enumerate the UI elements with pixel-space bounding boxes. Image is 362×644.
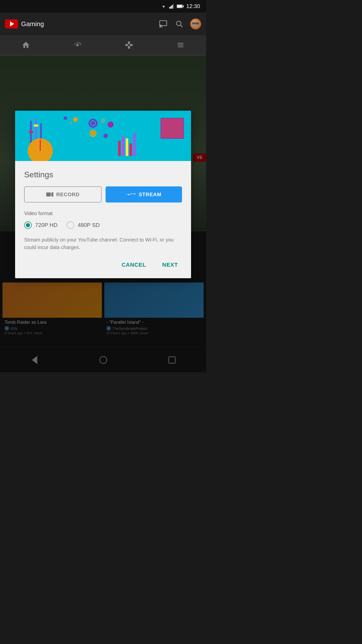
tab-queue[interactable] [155,35,206,55]
wave-dot [128,194,129,195]
svg-rect-1 [170,6,171,9]
svg-rect-28 [118,141,121,156]
stream-label: STREAM [139,192,161,197]
record-button[interactable]: RECORD [24,186,102,203]
status-bar: 12:30 [0,0,206,13]
tab-games[interactable] [103,35,155,55]
cast-icon[interactable] [159,20,168,27]
radio-720p-inner [26,223,30,227]
info-text: Stream publicly on your YouTube channel.… [24,236,182,251]
avatar-glasses [192,22,199,24]
record-icon [46,192,53,197]
banner-art [15,111,191,161]
svg-point-39 [73,117,78,122]
radio-720p-outer [24,221,32,229]
svg-point-11 [76,44,78,46]
radio-480p-label: 480P SD [78,222,100,228]
wifi-icon [161,4,167,9]
avatar[interactable] [190,18,201,29]
svg-point-25 [89,130,97,137]
mode-buttons: RECORD STREAM [24,186,182,203]
modal-body: Settings RECORD [15,161,191,278]
svg-point-21 [88,119,98,128]
radio-720p-label: 720P HD [35,222,58,228]
radio-group: 720P HD 480P SD [24,221,182,229]
svg-rect-0 [169,7,170,9]
modal-banner [15,111,191,161]
svg-point-8 [159,27,160,27]
svg-marker-36 [161,118,184,138]
tab-live[interactable] [52,35,103,55]
svg-point-38 [69,122,72,125]
svg-marker-41 [51,192,53,197]
svg-point-27 [103,134,108,138]
radio-720p[interactable]: 720P HD [24,221,58,229]
youtube-logo [5,19,18,28]
app-title: Gaming [21,20,44,28]
settings-title: Settings [24,170,182,179]
svg-rect-20 [34,125,38,127]
signal-icon [169,4,174,9]
tab-home[interactable] [0,35,52,55]
settings-modal: Settings RECORD [15,111,191,278]
wave-small [126,193,128,195]
svg-point-37 [64,116,67,120]
svg-rect-31 [129,143,132,156]
svg-point-9 [176,21,181,26]
battery-icon [177,4,184,8]
svg-point-23 [101,118,106,123]
background-content: VE Tomb Raider as Lara ✓ IGN 8 hours ago… [0,55,206,372]
logo-area: Gaming [5,19,44,28]
status-icons: 12:30 [161,3,200,10]
nav-tabs [0,35,206,55]
app-header: Gaming [0,13,206,35]
svg-point-24 [108,122,114,128]
stream-waves-icon [126,193,136,196]
svg-rect-19 [29,131,33,133]
stream-button[interactable]: STREAM [106,186,182,203]
video-format-label: Video format [24,211,182,216]
record-label: RECORD [56,192,80,197]
svg-rect-6 [183,6,184,7]
svg-rect-32 [133,133,136,156]
svg-line-10 [180,25,183,27]
svg-rect-2 [172,5,173,9]
svg-rect-40 [46,192,51,196]
wave-large [132,192,136,196]
avatar-face [191,19,201,29]
header-icons [159,18,201,29]
radio-480p-outer [67,221,74,229]
next-button[interactable]: NEXT [158,259,182,271]
modal-overlay: Settings RECORD [0,55,206,372]
svg-rect-30 [126,138,128,156]
svg-rect-29 [122,136,124,156]
search-icon[interactable] [175,20,183,28]
wave-medium [130,193,132,196]
play-triangle [10,21,14,26]
cancel-button[interactable]: CANCEL [118,259,150,271]
svg-rect-5 [177,5,182,8]
radio-480p[interactable]: 480P SD [67,221,100,229]
modal-actions: CANCEL NEXT [24,259,182,271]
time-display: 12:30 [186,3,200,10]
svg-rect-3 [173,4,174,9]
